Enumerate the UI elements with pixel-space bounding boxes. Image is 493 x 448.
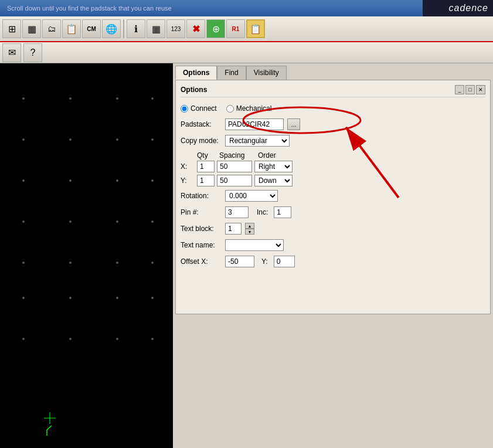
- svg-point-24: [151, 297, 154, 299]
- toolbar-icon-layers[interactable]: 🗂: [42, 19, 61, 38]
- brand-text: cadence: [449, 3, 489, 13]
- svg-point-6: [69, 138, 72, 141]
- y-qty-input[interactable]: [197, 175, 215, 186]
- svg-point-28: [151, 338, 154, 340]
- toolbar-separator-1: [123, 19, 124, 38]
- toolbar-icon-x[interactable]: ✖: [186, 19, 205, 38]
- toolbar-icon-r1[interactable]: R1: [226, 19, 245, 38]
- panel-restore-btn[interactable]: □: [465, 85, 475, 94]
- toolbar-icon-blocks[interactable]: ▦: [22, 19, 41, 38]
- copy-mode-select[interactable]: Rectangular Polar None: [225, 135, 290, 147]
- svg-point-8: [151, 138, 154, 141]
- title-text: Scroll down until you find the padstack …: [2, 5, 172, 12]
- offset-row: Offset X: Y:: [181, 256, 485, 267]
- svg-point-22: [69, 297, 72, 299]
- toolbar-icon-globe[interactable]: 🌐: [102, 19, 121, 38]
- svg-point-25: [22, 338, 25, 340]
- x-spacing-input[interactable]: [217, 161, 252, 172]
- copy-mode-label: Copy mode:: [181, 137, 222, 145]
- x-qty-input[interactable]: [197, 161, 215, 172]
- padstack-row: Padstack: ...: [181, 118, 485, 130]
- toolbar-icon-info[interactable]: ℹ: [127, 19, 145, 38]
- svg-point-5: [22, 138, 25, 141]
- canvas-area: [0, 63, 173, 448]
- x-grid-row: X: Right Left: [181, 161, 485, 172]
- connect-label: Connect: [191, 104, 217, 113]
- svg-point-3: [116, 97, 118, 100]
- toolbar-icon-table[interactable]: ▦: [147, 19, 165, 38]
- tab-bar: Options Find Visibility: [175, 66, 491, 80]
- pin-row: Pin #: Inc:: [181, 206, 485, 218]
- main-layout: Options Find Visibility Options _ □ ✕: [0, 63, 493, 448]
- y-order-select[interactable]: Down Up: [254, 175, 293, 186]
- y-spacing-input[interactable]: [217, 175, 252, 186]
- rotation-row: Rotation: 0.000 90.000 180.000 270.000: [181, 190, 485, 202]
- offset-x-input[interactable]: [225, 256, 254, 267]
- svg-point-11: [116, 179, 118, 182]
- panel-minimize-btn[interactable]: _: [455, 85, 464, 94]
- pin-input[interactable]: [225, 206, 249, 218]
- y-label: Y:: [181, 177, 195, 185]
- spacing-header: Spacing: [219, 151, 256, 159]
- toolbar-icon-help[interactable]: ?: [23, 43, 42, 62]
- options-title-bar: Options _ □ ✕: [181, 85, 485, 97]
- text-name-select[interactable]: [225, 239, 284, 251]
- toolbar-icon-active[interactable]: 📋: [246, 19, 265, 38]
- pin-label: Pin #:: [181, 208, 222, 216]
- svg-point-15: [116, 220, 118, 223]
- svg-point-18: [69, 262, 72, 264]
- y-grid-row: Y: Down Up: [181, 175, 485, 186]
- toolbar-icon-cm[interactable]: CM: [82, 19, 101, 38]
- svg-point-10: [69, 179, 72, 182]
- tab-visibility[interactable]: Visibility: [246, 66, 287, 80]
- toolbar-icon-paste[interactable]: 📋: [62, 19, 81, 38]
- panel-close-btn[interactable]: ✕: [476, 85, 485, 94]
- grid-headers: Qty Spacing Order: [197, 151, 485, 159]
- svg-point-4: [151, 97, 154, 100]
- mechanical-radio-item[interactable]: Mechanical: [226, 104, 272, 113]
- svg-point-20: [151, 262, 154, 264]
- text-block-spinner[interactable]: ▲ ▼: [245, 223, 254, 235]
- padstack-input[interactable]: [225, 118, 284, 130]
- svg-point-14: [69, 220, 72, 223]
- padstack-label: Padstack:: [181, 120, 222, 128]
- padstack-browse-button[interactable]: ...: [287, 118, 300, 130]
- title-bar: Scroll down until you find the padstack …: [0, 0, 493, 16]
- connect-radio-item[interactable]: Connect: [181, 104, 217, 113]
- text-block-label: Text block:: [181, 225, 222, 233]
- tab-options[interactable]: Options: [175, 66, 217, 80]
- qty-header: Qty: [197, 151, 215, 159]
- toolbar-icon-ruler[interactable]: 123: [166, 19, 185, 38]
- spin-down-button[interactable]: ▼: [245, 229, 254, 235]
- brand-bar: cadence: [423, 0, 493, 16]
- panel-controls: _ □ ✕: [455, 85, 485, 94]
- mechanical-radio[interactable]: [226, 105, 234, 113]
- panel-area: Options Find Visibility Options _ □ ✕: [173, 63, 493, 448]
- options-panel: Options _ □ ✕ Connect Mechanica: [175, 80, 491, 314]
- mode-radio-group: Connect Mechanical: [181, 104, 485, 113]
- text-name-row: Text name:: [181, 239, 485, 251]
- connect-radio[interactable]: [181, 105, 188, 113]
- tab-find[interactable]: Find: [217, 66, 246, 80]
- rotation-select[interactable]: 0.000 90.000 180.000 270.000: [225, 190, 278, 202]
- x-label: X:: [181, 162, 195, 171]
- toolbar-icon-email[interactable]: ✉: [2, 43, 21, 62]
- svg-point-23: [116, 297, 118, 299]
- spin-up-button[interactable]: ▲: [245, 223, 254, 229]
- text-block-input[interactable]: [225, 223, 242, 235]
- order-header: Order: [258, 151, 293, 159]
- svg-point-21: [22, 297, 25, 299]
- svg-point-1: [22, 97, 25, 100]
- toolbar-icon-grid[interactable]: ⊞: [2, 19, 21, 38]
- svg-point-12: [151, 179, 154, 182]
- x-order-select[interactable]: Right Left: [254, 161, 293, 172]
- svg-point-17: [22, 262, 25, 264]
- svg-point-7: [116, 138, 118, 141]
- svg-point-27: [116, 338, 118, 340]
- inc-label: Inc:: [257, 208, 268, 216]
- main-toolbar: ⊞ ▦ 🗂 📋 CM 🌐 ℹ ▦ 123 ✖ ⊕ R1 📋: [0, 16, 493, 42]
- svg-point-9: [22, 179, 25, 182]
- offset-y-input[interactable]: [274, 256, 295, 267]
- toolbar-icon-add[interactable]: ⊕: [206, 19, 225, 38]
- inc-input[interactable]: [274, 206, 291, 218]
